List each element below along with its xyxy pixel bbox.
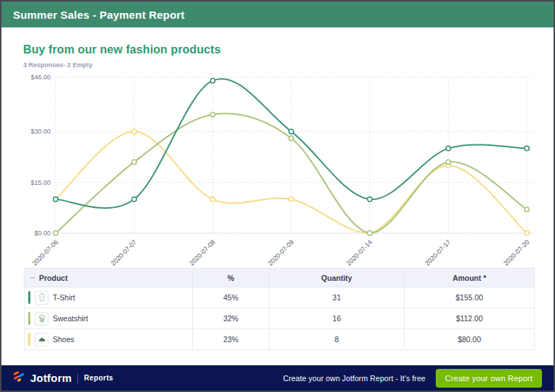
report-header: Summer Sales - Payment Report	[1, 1, 554, 27]
page-title: Buy from our new fashion products	[23, 43, 221, 56]
sweatshirt-icon	[35, 312, 48, 326]
y-axis-tick-label: $15.00	[30, 179, 51, 186]
data-point-marker	[525, 207, 529, 212]
product-name: T-Shirt	[53, 293, 75, 302]
product-amount: $155.00	[404, 287, 534, 308]
data-point-marker	[289, 129, 293, 134]
footer-bar: Jotform Reports Create your own Jotform …	[1, 365, 554, 391]
x-axis-tick-label: 2020-07-20	[502, 238, 531, 266]
jotform-logo-icon	[13, 371, 25, 386]
report-header-title: Summer Sales - Payment Report	[13, 9, 185, 21]
data-point-marker	[210, 197, 215, 201]
data-point-marker	[132, 160, 136, 164]
column-header-product: Product	[25, 269, 193, 287]
table-row: T-Shirt 45% 31 $155.00	[25, 287, 535, 308]
column-header-quantity: Quantity	[269, 269, 404, 287]
brand-divider	[77, 373, 78, 383]
data-point-marker	[289, 197, 293, 201]
data-point-marker	[210, 112, 215, 116]
product-amount: $112.00	[404, 308, 534, 329]
responses-summary: 3 Responses- 2 Empty	[23, 61, 92, 69]
report-page: Summer Sales - Payment Report Buy from o…	[0, 0, 555, 392]
chart-container: $0.00$15.00$30.00$46.002020-07-062020-07…	[22, 71, 536, 269]
column-header-percent: %	[192, 269, 269, 287]
payment-summary-table: Product % Quantity Amount * T-Shirt	[24, 268, 535, 350]
product-percent: 23%	[192, 329, 269, 350]
data-point-marker	[525, 231, 529, 235]
x-axis-tick-label: 2020-07-06	[31, 238, 60, 266]
table-row: Shoes 23% 8 $80.00	[25, 329, 535, 350]
product-amount: $80.00	[404, 329, 534, 350]
data-point-marker	[132, 129, 136, 134]
product-color-bar	[28, 312, 30, 325]
data-point-marker	[53, 231, 58, 235]
data-point-marker	[525, 146, 529, 150]
create-report-button[interactable]: Create your own Report	[436, 369, 542, 388]
x-axis-tick-label: 2020-07-17	[423, 238, 452, 266]
line-chart: $0.00$15.00$30.00$46.002020-07-062020-07…	[22, 71, 536, 266]
brand-name: Jotform	[30, 372, 72, 384]
product-quantity: 31	[269, 287, 404, 308]
table-row: Sweatshirt 32% 16 $112.00	[25, 308, 535, 329]
product-name: Shoes	[53, 335, 74, 344]
data-point-marker	[446, 146, 450, 150]
x-axis-tick-label: 2020-07-07	[109, 238, 138, 266]
jotform-brand-link[interactable]: Jotform Reports	[13, 371, 113, 386]
tshirt-icon	[35, 291, 48, 305]
product-name: Sweatshirt	[53, 314, 88, 323]
y-axis-tick-label: $30.00	[30, 128, 51, 135]
shoes-icon	[35, 333, 48, 347]
x-axis-tick-label: 2020-07-09	[267, 238, 296, 266]
product-color-bar	[28, 333, 30, 346]
product-color-bar	[28, 291, 30, 304]
data-point-marker	[367, 231, 371, 235]
product-percent: 45%	[192, 287, 269, 308]
table-header-row: Product % Quantity Amount *	[25, 269, 535, 287]
data-point-marker	[367, 197, 371, 201]
data-point-marker	[53, 197, 58, 201]
data-point-marker	[132, 197, 136, 201]
column-header-amount: Amount *	[404, 269, 534, 287]
product-percent: 32%	[192, 308, 269, 329]
y-axis-tick-label: $46.00	[30, 74, 51, 81]
y-axis-tick-label: $0.00	[34, 230, 51, 237]
drag-handle-icon	[30, 277, 35, 279]
brand-section-label: Reports	[84, 374, 113, 382]
data-point-marker	[210, 78, 215, 82]
x-axis-tick-label: 2020-07-14	[345, 238, 374, 266]
data-point-marker	[289, 136, 293, 140]
product-quantity: 8	[269, 329, 404, 350]
data-point-marker	[446, 160, 450, 164]
footer-promo-text: Create your own Jotform Report - It's fr…	[283, 374, 426, 383]
product-quantity: 16	[269, 308, 404, 329]
x-axis-tick-label: 2020-07-08	[188, 238, 217, 266]
